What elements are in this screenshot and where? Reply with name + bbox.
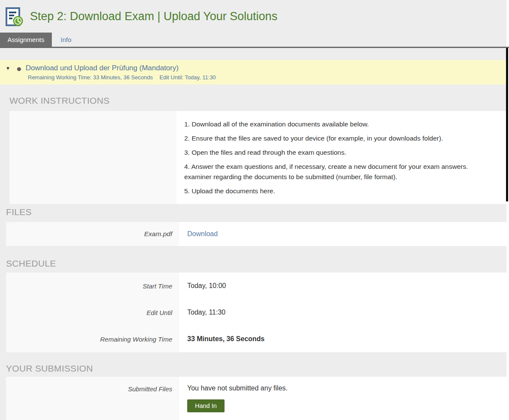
assignment-banner-header: ▼ ● Download und Upload der Prüfung (Man…	[6, 63, 509, 73]
collapse-triangle-icon[interactable]: ▼	[6, 66, 11, 71]
work-instructions-label-cell	[9, 111, 177, 204]
file-name: Exam.pdf	[144, 230, 172, 238]
remaining-time-label: Remaining Working Time	[100, 336, 172, 343]
edit-until-label: Edit Until	[147, 309, 172, 316]
file-action-cell: Download	[179, 222, 509, 246]
tab-bar: Assignments Info	[0, 33, 509, 47]
instruction-item: 5. Upload the documents here.	[184, 186, 509, 196]
assignment-banner[interactable]: ▼ ● Download und Upload der Prüfung (Man…	[0, 60, 509, 84]
instruction-item-continuation: examiner regarding the documents to be s…	[184, 172, 509, 182]
exam-assignment-page: Step 2: Download Exam | Upload Your Solu…	[0, 0, 509, 420]
vertical-scrollbar-thumb[interactable]	[506, 48, 508, 201]
spacer	[0, 47, 509, 60]
submission-section: Submitted Files You have not submitted a…	[6, 377, 509, 420]
tab-assignments[interactable]: Assignments	[0, 33, 52, 47]
instruction-item: 3. Open the files and read through the e…	[184, 147, 509, 158]
assignment-title-link[interactable]: Download und Upload der Prüfung (Mandato…	[26, 64, 179, 72]
exercise-document-clock-icon	[3, 7, 23, 27]
schedule-row-start-time: Start Time Today, 10:00	[6, 273, 509, 299]
tabbar-divider	[0, 47, 509, 48]
tab-info[interactable]: Info	[52, 33, 80, 47]
submission-heading: YOUR SUBMISSION	[6, 363, 509, 374]
instruction-item: 2. Ensure that the files are saved to yo…	[184, 133, 509, 144]
remaining-time-value: 33 Minutes, 36 Seconds	[187, 335, 265, 343]
schedule-row-edit-until: Edit Until Today, 11:30	[6, 299, 509, 326]
work-instructions-content: 1. Download all of the examination docum…	[177, 111, 509, 204]
schedule-heading: SCHEDULE	[6, 258, 509, 269]
work-instructions-heading: WORK INSTRUCTIONS	[9, 95, 509, 106]
submission-empty-message: You have not submitted any files.	[187, 384, 509, 392]
instruction-item: 1. Download all of the examination docum…	[184, 119, 509, 129]
schedule-section: Start Time Today, 10:00 Edit Until Today…	[6, 273, 509, 352]
status-dot-icon: ●	[16, 65, 22, 72]
files-section: Exam.pdf Download	[6, 222, 509, 246]
edit-until-text: Edit Until: Today, 11:30	[159, 74, 216, 81]
page-header: Step 2: Download Exam | Upload Your Solu…	[0, 0, 509, 33]
hand-in-button[interactable]: Hand In	[187, 399, 225, 412]
download-link[interactable]: Download	[187, 230, 218, 238]
start-time-value: Today, 10:00	[187, 282, 226, 290]
schedule-row-remaining-time: Remaining Working Time 33 Minutes, 36 Se…	[6, 326, 509, 352]
page-title: Step 2: Download Exam | Upload Your Solu…	[30, 10, 277, 23]
assignment-banner-status: Remaining Working Time: 33 Minutes, 36 S…	[28, 74, 509, 81]
start-time-label: Start Time	[143, 282, 172, 290]
remaining-working-time-text: Remaining Working Time: 33 Minutes, 36 S…	[28, 74, 153, 81]
submitted-files-label: Submitted Files	[128, 385, 172, 420]
instruction-item: 4. Answer the exam questions and, if nec…	[184, 162, 509, 172]
files-heading: FILES	[6, 207, 509, 218]
file-label-cell: Exam.pdf	[6, 222, 179, 246]
edit-until-value: Today, 11:30	[187, 309, 225, 316]
work-instructions-section: 1. Download all of the examination docum…	[9, 111, 509, 204]
